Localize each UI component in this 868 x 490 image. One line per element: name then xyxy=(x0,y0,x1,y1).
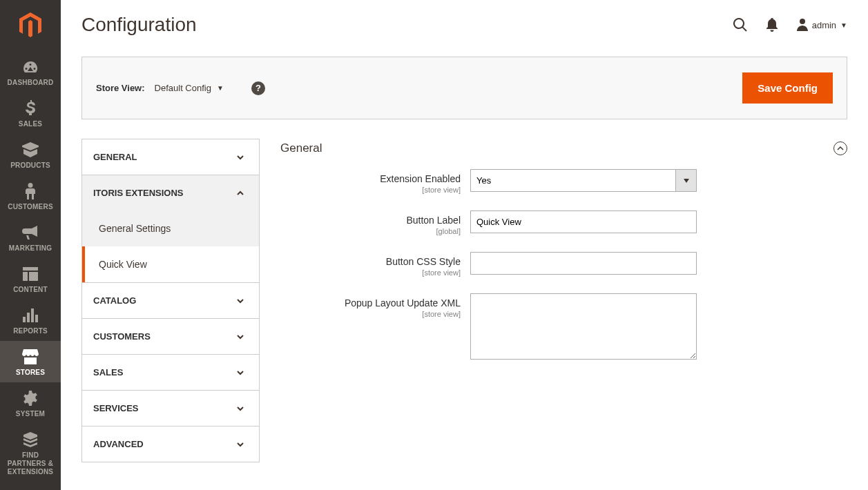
megaphone-icon xyxy=(21,224,39,242)
page-toolbar: Store View: Default Config ▼ ? Save Conf… xyxy=(81,57,847,119)
field-label: Popup Layout Update XML xyxy=(345,297,461,308)
nav-label: SALES xyxy=(19,120,42,128)
field-label: Button Label xyxy=(406,215,461,226)
nav-label: REPORTS xyxy=(13,327,48,335)
admin-user-menu[interactable]: admin ▼ xyxy=(797,19,847,31)
nav-system[interactable]: SYSTEM xyxy=(0,382,61,424)
magento-logo[interactable] xyxy=(0,0,61,51)
gear-icon xyxy=(21,389,39,407)
field-scope: [store view] xyxy=(280,186,461,194)
chevron-down-icon xyxy=(235,440,245,449)
admin-user-name: admin xyxy=(812,20,836,30)
person-icon xyxy=(21,182,39,200)
nav-customers[interactable]: CUSTOMERS xyxy=(0,175,61,217)
nav-dashboard[interactable]: DASHBOARD xyxy=(0,51,61,92)
field-scope: [store view] xyxy=(280,310,461,318)
nav-label: STORES xyxy=(16,369,45,377)
store-view-switcher[interactable]: Default Config ▼ xyxy=(155,83,224,93)
tab-child-quick-view[interactable]: Quick View xyxy=(82,246,259,282)
nav-label: CUSTOMERS xyxy=(8,203,53,211)
nav-reports[interactable]: REPORTS xyxy=(0,300,61,341)
button-label-input[interactable] xyxy=(470,210,697,233)
chevron-down-icon xyxy=(235,296,245,306)
topbar: Configuration admin ▼ xyxy=(81,0,847,50)
chevron-down-icon xyxy=(235,404,245,413)
field-button-css-style: Button CSS Style [store view] xyxy=(280,252,847,277)
section-title: General xyxy=(280,141,322,155)
store-view-label: Store View: xyxy=(96,83,145,93)
nav-marketing[interactable]: MARKETING xyxy=(0,217,61,258)
help-icon[interactable]: ? xyxy=(251,81,265,95)
nav-label: CONTENT xyxy=(13,286,48,294)
caret-down-icon: ▼ xyxy=(840,21,847,29)
field-extension-enabled: Extension Enabled [store view] Yes xyxy=(280,169,847,194)
caret-down-icon: ▼ xyxy=(217,84,224,92)
nav-stores[interactable]: STORES xyxy=(0,341,61,382)
nav-label: FIND PARTNERS & EXTENSIONS xyxy=(3,451,58,476)
storefront-icon xyxy=(21,348,39,366)
field-scope: [global] xyxy=(280,227,461,235)
tab-child-general-settings[interactable]: General Settings xyxy=(82,210,259,246)
chevron-down-icon xyxy=(235,368,245,378)
nav-label: PRODUCTS xyxy=(10,161,50,170)
tab-itoris-extensions[interactable]: ITORIS EXTENSIONS xyxy=(82,175,259,210)
bar-chart-icon xyxy=(21,306,39,324)
field-label: Extension Enabled xyxy=(380,173,461,184)
admin-sidebar: DASHBOARD SALES PRODUCTS CUSTOMERS MARKE… xyxy=(0,0,61,490)
nav-find-partners[interactable]: FIND PARTNERS & EXTENSIONS xyxy=(0,424,61,482)
popup-layout-textarea[interactable] xyxy=(470,293,697,360)
gauge-icon xyxy=(21,58,39,76)
tab-advanced[interactable]: ADVANCED xyxy=(82,427,259,462)
extension-enabled-select[interactable]: Yes xyxy=(470,169,676,192)
save-config-button[interactable]: Save Config xyxy=(742,72,833,104)
chevron-down-icon xyxy=(235,153,245,162)
chevron-down-icon xyxy=(235,332,245,342)
field-button-label: Button Label [global] xyxy=(280,210,847,235)
tab-general[interactable]: GENERAL xyxy=(82,139,259,175)
nav-sales[interactable]: SALES xyxy=(0,92,61,134)
tab-sales[interactable]: SALES xyxy=(82,355,259,390)
nav-products[interactable]: PRODUCTS xyxy=(0,134,61,175)
section-collapse-toggle[interactable] xyxy=(833,141,847,155)
field-scope: [store view] xyxy=(280,268,461,277)
bell-icon[interactable] xyxy=(766,18,778,32)
tab-catalog[interactable]: CATALOG xyxy=(82,283,259,318)
tab-services[interactable]: SERVICES xyxy=(82,391,259,426)
box-icon xyxy=(21,141,39,159)
config-form: General Extension Enabled [store view] Y… xyxy=(280,139,847,462)
caret-down-icon xyxy=(676,169,697,192)
tab-customers[interactable]: CUSTOMERS xyxy=(82,319,259,354)
field-label: Button CSS Style xyxy=(386,256,461,267)
nav-label: DASHBOARD xyxy=(8,79,54,87)
nav-label: MARKETING xyxy=(9,244,52,253)
page-title: Configuration xyxy=(81,14,197,36)
partners-icon xyxy=(21,431,39,449)
dollar-icon xyxy=(21,99,39,117)
field-popup-layout: Popup Layout Update XML [store view] xyxy=(280,293,847,362)
button-css-style-input[interactable] xyxy=(470,252,697,275)
search-icon[interactable] xyxy=(733,18,747,32)
layout-icon xyxy=(21,265,39,283)
nav-content[interactable]: CONTENT xyxy=(0,258,61,300)
chevron-up-icon xyxy=(235,188,245,198)
config-tabs: GENERAL ITORIS EXTENSIONS General Settin… xyxy=(81,139,260,462)
nav-label: SYSTEM xyxy=(16,410,45,418)
